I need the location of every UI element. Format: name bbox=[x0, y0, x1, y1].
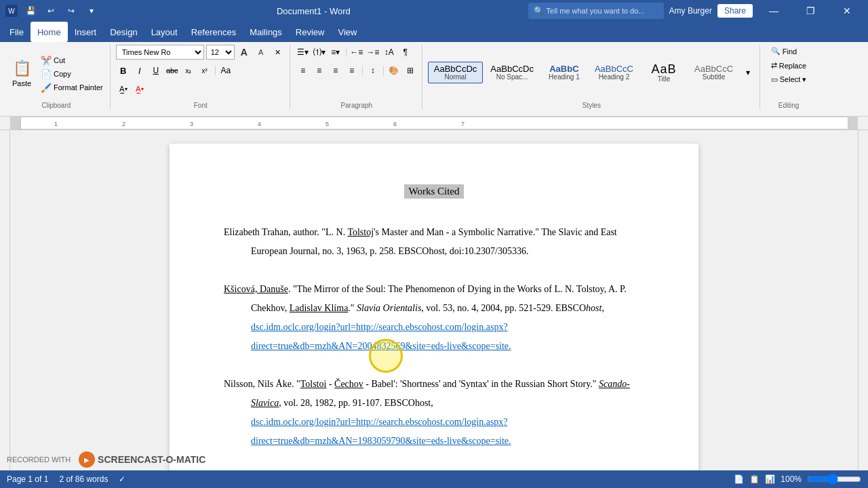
cechov-link[interactable]: Čechov bbox=[334, 379, 363, 389]
direct-link-2[interactable]: direct bbox=[251, 436, 273, 446]
shrink-font-button[interactable]: A bbox=[254, 45, 269, 60]
shading-button[interactable]: 🎨 bbox=[387, 63, 401, 78]
login-link-1[interactable]: login.aspx bbox=[464, 322, 503, 332]
increase-indent-button[interactable]: →≡ bbox=[366, 45, 380, 60]
style-heading2[interactable]: AaBbCcC Heading 2 bbox=[589, 62, 639, 83]
style-normal[interactable]: AaBbCcDc Normal bbox=[428, 62, 484, 83]
bullets-button[interactable]: ☰▾ bbox=[296, 45, 311, 60]
underline-button[interactable]: U bbox=[149, 63, 163, 78]
sort-button[interactable]: ↕A bbox=[382, 45, 397, 60]
change-case-button[interactable]: Aa bbox=[218, 63, 233, 78]
font-top-row: Times New Ro 12 A A ✕ bbox=[116, 45, 285, 60]
styles-more-button[interactable]: ▾ bbox=[741, 65, 755, 80]
multilevel-button[interactable]: ≡▾ bbox=[328, 45, 343, 60]
save-button[interactable]: 💾 bbox=[23, 3, 38, 18]
superscript-button[interactable]: x² bbox=[197, 63, 212, 78]
paragraph-3[interactable]: Nilsson, Nils Åke. "Tolstoi - Čechov - B… bbox=[224, 375, 644, 413]
menu-mailings[interactable]: Mailings bbox=[243, 22, 289, 42]
replace-button[interactable]: ⇄ Replace bbox=[767, 59, 810, 72]
user-name[interactable]: Amy Burger bbox=[669, 6, 712, 16]
tolstoi-link[interactable]: Tolstoi bbox=[300, 379, 327, 389]
style-no-spacing[interactable]: AaBbCcDc No Spac... bbox=[484, 62, 540, 83]
right-scrollbar[interactable] bbox=[858, 130, 868, 470]
styles-gallery: AaBbCcDc Normal AaBbCcDc No Spac... AaBb… bbox=[428, 45, 755, 100]
menu-review[interactable]: Review bbox=[289, 22, 332, 42]
grow-font-button[interactable]: A bbox=[237, 45, 252, 60]
ruler-inner: 1 2 3 4 5 6 7 bbox=[20, 117, 848, 129]
style-heading1[interactable]: AaBbC Heading 1 bbox=[541, 62, 587, 83]
view-web-icon[interactable]: 📋 bbox=[749, 474, 760, 484]
align-right-button[interactable]: ≡ bbox=[328, 63, 343, 78]
menu-view[interactable]: View bbox=[331, 22, 363, 42]
tolstoj-link-1[interactable]: Tolstoj bbox=[347, 227, 374, 237]
url-line-1[interactable]: dsc.idm.oclc.org/login?url=http://search… bbox=[224, 318, 644, 356]
format-painter-button[interactable]: 🖌️ Format Painter bbox=[38, 81, 106, 94]
proofing-icon: ✓ bbox=[119, 474, 125, 484]
ribbon: 📋 Paste ✂️ Cut 📄 Copy 🖌️ Format Painter bbox=[0, 42, 868, 117]
style-title[interactable]: AaB Title bbox=[641, 60, 687, 85]
paste-button[interactable]: 📋 Paste bbox=[7, 55, 37, 90]
strikethrough-button[interactable]: abc bbox=[165, 63, 180, 78]
text-highlight-button[interactable]: A̲ ▾ bbox=[116, 81, 131, 96]
menu-insert[interactable]: Insert bbox=[68, 22, 104, 42]
menu-design[interactable]: Design bbox=[103, 22, 144, 42]
select-button[interactable]: ▭ Select ▾ bbox=[767, 73, 811, 86]
ksicova-link[interactable]: Kšicová, Danuše bbox=[224, 284, 288, 294]
style-title-label: Title bbox=[658, 75, 671, 83]
font-group-label: Font bbox=[194, 102, 208, 109]
screencast-watermark: RECORDED WITH ▶ SCREENCAST-O-MATIC bbox=[7, 451, 205, 468]
menu-layout[interactable]: Layout bbox=[144, 22, 184, 42]
url-1[interactable]: dsc.idm.oclc.org/login?url=http://search… bbox=[251, 322, 511, 351]
zoom-slider[interactable] bbox=[807, 474, 861, 484]
svg-text:2: 2 bbox=[122, 121, 125, 127]
paragraph-group: ☰▾ ⑴▾ ≡▾ ←≡ →≡ ↕A ¶ ≡ ≡ ≡ ≡ ↕ bbox=[292, 45, 422, 109]
view-read-icon[interactable]: 📊 bbox=[765, 474, 775, 484]
menu-home[interactable]: Home bbox=[31, 22, 68, 42]
decrease-indent-button[interactable]: ←≡ bbox=[349, 45, 364, 60]
para-divider3 bbox=[383, 66, 384, 75]
copy-button[interactable]: 📄 Copy bbox=[38, 68, 106, 81]
customize-quick-access-button[interactable]: ▾ bbox=[84, 3, 99, 18]
numbering-button[interactable]: ⑴▾ bbox=[312, 45, 327, 60]
font-color-button[interactable]: A̲ ▾ bbox=[132, 81, 147, 96]
ruler-svg: 1 2 3 4 5 6 7 bbox=[20, 117, 848, 130]
italic-button[interactable]: I bbox=[132, 63, 147, 78]
paragraph-2[interactable]: Kšicová, Danuše. "The Mirror of the Soul… bbox=[224, 280, 644, 318]
direct-link-1[interactable]: direct bbox=[251, 341, 273, 351]
clear-format-button[interactable]: ✕ bbox=[271, 45, 285, 60]
font-size-select[interactable]: 12 bbox=[206, 45, 235, 60]
login-link-2[interactable]: login.aspx bbox=[464, 417, 503, 427]
borders-button[interactable]: ⊞ bbox=[403, 63, 418, 78]
font-name-select[interactable]: Times New Ro bbox=[116, 45, 204, 60]
search-link-1[interactable]: search bbox=[378, 322, 403, 332]
align-left-button[interactable]: ≡ bbox=[296, 63, 311, 78]
document-body[interactable]: Elizabeth Trahan, author. "L. N. Tolstoj… bbox=[224, 223, 644, 451]
justify-button[interactable]: ≡ bbox=[344, 63, 359, 78]
cut-button[interactable]: ✂️ Cut bbox=[38, 54, 106, 67]
restore-button[interactable]: ❐ bbox=[795, 0, 826, 22]
align-center-button[interactable]: ≡ bbox=[312, 63, 327, 78]
show-hide-button[interactable]: ¶ bbox=[398, 45, 413, 60]
select-label: Select ▾ bbox=[780, 75, 807, 84]
share-button[interactable]: Share bbox=[717, 4, 753, 18]
view-print-icon[interactable]: 📄 bbox=[734, 474, 744, 484]
document-area: Works Cited Elizabeth Trahan, author. "L… bbox=[0, 130, 868, 470]
screencast-logo: ▶ bbox=[79, 451, 95, 468]
minimize-button[interactable]: — bbox=[758, 0, 789, 22]
find-button[interactable]: 🔍 Find bbox=[767, 45, 801, 58]
menu-references[interactable]: References bbox=[184, 22, 243, 42]
klima-link[interactable]: Ladislav Klíma bbox=[290, 303, 349, 313]
url-2[interactable]: dsc.idm.oclc.org/login?url=http://search… bbox=[251, 417, 511, 446]
line-spacing-button[interactable]: ↕ bbox=[366, 63, 380, 78]
undo-button[interactable]: ↩ bbox=[43, 3, 58, 18]
subscript-button[interactable]: x₂ bbox=[181, 63, 196, 78]
url-line-2[interactable]: dsc.idm.oclc.org/login?url=http://search… bbox=[224, 413, 644, 451]
style-subtitle[interactable]: AaBbCcC Subtitle bbox=[688, 62, 739, 83]
bold-button[interactable]: B bbox=[116, 63, 131, 78]
redo-button[interactable]: ↪ bbox=[64, 3, 79, 18]
menu-file[interactable]: File bbox=[3, 22, 31, 42]
tell-me-search[interactable]: 🔍 Tell me what you want to do... bbox=[528, 3, 664, 19]
paragraph-1[interactable]: Elizabeth Trahan, author. "L. N. Tolstoj… bbox=[224, 223, 644, 261]
close-button[interactable]: ✕ bbox=[831, 0, 863, 22]
document-scroll[interactable]: Works Cited Elizabeth Trahan, author. "L… bbox=[10, 130, 858, 470]
